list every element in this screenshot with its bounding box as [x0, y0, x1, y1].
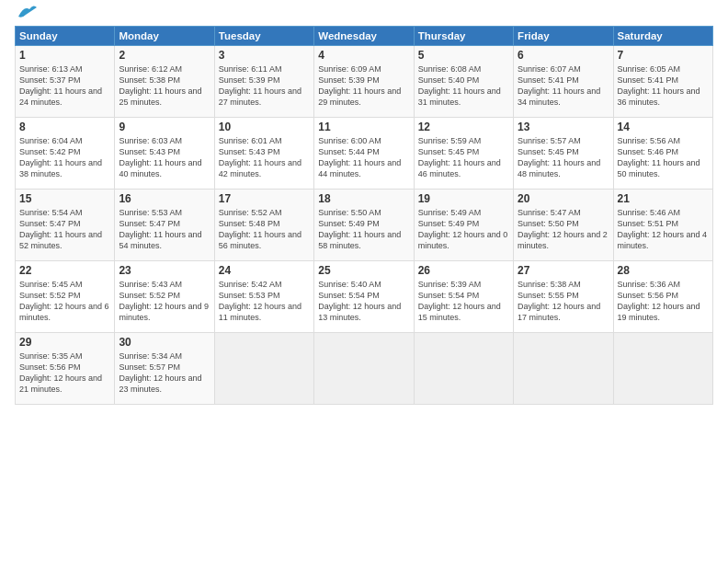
calendar-cell-30: 30 Sunrise: 5:34 AMSunset: 5:57 PMDaylig…	[115, 333, 214, 405]
calendar-cell-2: 2 Sunrise: 6:12 AMSunset: 5:38 PMDayligh…	[115, 46, 214, 118]
calendar-cell-32	[314, 333, 414, 405]
calendar-cell-29: 29 Sunrise: 5:35 AMSunset: 5:56 PMDaylig…	[16, 333, 115, 405]
day-number: 21	[618, 192, 709, 205]
calendar-cell-4: 4 Sunrise: 6:09 AMSunset: 5:39 PMDayligh…	[314, 46, 414, 118]
day-number: 12	[418, 121, 509, 133]
day-info: Sunrise: 5:59 AMSunset: 5:45 PMDaylight:…	[418, 135, 509, 180]
day-info: Sunrise: 5:40 AMSunset: 5:54 PMDaylight:…	[318, 279, 409, 324]
calendar-cell-12: 12 Sunrise: 5:59 AMSunset: 5:45 PMDaylig…	[414, 118, 513, 190]
day-info: Sunrise: 6:08 AMSunset: 5:40 PMDaylight:…	[418, 63, 509, 109]
day-info: Sunrise: 5:52 AMSunset: 5:48 PMDaylight:…	[219, 207, 310, 252]
calendar-cell-19: 19 Sunrise: 5:49 AMSunset: 5:49 PMDaylig…	[414, 190, 513, 261]
calendar-cell-5: 5 Sunrise: 6:08 AMSunset: 5:40 PMDayligh…	[414, 46, 513, 118]
calendar-cell-15: 15 Sunrise: 5:54 AMSunset: 5:47 PMDaylig…	[16, 190, 115, 261]
day-number: 7	[618, 49, 709, 62]
day-number: 9	[119, 121, 210, 133]
day-info: Sunrise: 6:09 AMSunset: 5:39 PMDaylight:…	[318, 63, 409, 109]
weekday-header-thursday: Thursday	[414, 27, 513, 46]
logo-bird-icon	[17, 4, 37, 20]
day-info: Sunrise: 6:03 AMSunset: 5:43 PMDaylight:…	[119, 135, 210, 180]
day-info: Sunrise: 5:34 AMSunset: 5:57 PMDaylight:…	[119, 350, 210, 396]
day-number: 25	[318, 264, 409, 277]
weekday-header-monday: Monday	[115, 27, 214, 46]
day-info: Sunrise: 6:01 AMSunset: 5:43 PMDaylight:…	[219, 135, 310, 180]
calendar-cell-3: 3 Sunrise: 6:11 AMSunset: 5:39 PMDayligh…	[214, 46, 313, 118]
day-info: Sunrise: 5:35 AMSunset: 5:56 PMDaylight:…	[19, 350, 110, 396]
day-number: 28	[618, 264, 709, 277]
day-info: Sunrise: 5:50 AMSunset: 5:49 PMDaylight:…	[318, 207, 409, 252]
weekday-header-sunday: Sunday	[16, 27, 115, 46]
weekday-header-friday: Friday	[514, 27, 613, 46]
calendar-cell-18: 18 Sunrise: 5:50 AMSunset: 5:49 PMDaylig…	[314, 190, 414, 261]
calendar-cell-20: 20 Sunrise: 5:47 AMSunset: 5:50 PMDaylig…	[514, 190, 613, 261]
day-info: Sunrise: 6:05 AMSunset: 5:41 PMDaylight:…	[618, 63, 709, 109]
day-info: Sunrise: 6:11 AMSunset: 5:39 PMDaylight:…	[219, 63, 310, 109]
day-info: Sunrise: 5:45 AMSunset: 5:52 PMDaylight:…	[19, 279, 110, 324]
day-number: 22	[19, 264, 110, 277]
day-info: Sunrise: 6:04 AMSunset: 5:42 PMDaylight:…	[19, 135, 110, 180]
calendar-cell-10: 10 Sunrise: 6:01 AMSunset: 5:43 PMDaylig…	[214, 118, 313, 190]
day-info: Sunrise: 5:56 AMSunset: 5:46 PMDaylight:…	[618, 135, 709, 180]
day-number: 30	[119, 336, 210, 349]
day-number: 15	[19, 192, 110, 205]
calendar-cell-28: 28 Sunrise: 5:36 AMSunset: 5:56 PMDaylig…	[613, 261, 712, 333]
day-number: 14	[618, 121, 709, 133]
calendar-cell-34	[514, 333, 613, 405]
day-number: 26	[418, 264, 509, 277]
weekday-header-tuesday: Tuesday	[214, 27, 313, 46]
calendar-cell-23: 23 Sunrise: 5:43 AMSunset: 5:52 PMDaylig…	[115, 261, 214, 333]
calendar-cell-33	[414, 333, 513, 405]
day-number: 3	[219, 49, 310, 62]
calendar-cell-14: 14 Sunrise: 5:56 AMSunset: 5:46 PMDaylig…	[613, 118, 712, 190]
day-number: 20	[518, 192, 609, 205]
day-info: Sunrise: 5:38 AMSunset: 5:55 PMDaylight:…	[518, 279, 609, 324]
day-info: Sunrise: 5:43 AMSunset: 5:52 PMDaylight:…	[119, 279, 210, 324]
calendar-cell-9: 9 Sunrise: 6:03 AMSunset: 5:43 PMDayligh…	[115, 118, 214, 190]
calendar-cell-31	[214, 333, 313, 405]
calendar-cell-22: 22 Sunrise: 5:45 AMSunset: 5:52 PMDaylig…	[16, 261, 115, 333]
calendar-cell-27: 27 Sunrise: 5:38 AMSunset: 5:55 PMDaylig…	[514, 261, 613, 333]
calendar-cell-17: 17 Sunrise: 5:52 AMSunset: 5:48 PMDaylig…	[214, 190, 313, 261]
calendar-cell-6: 6 Sunrise: 6:07 AMSunset: 5:41 PMDayligh…	[514, 46, 613, 118]
day-info: Sunrise: 5:49 AMSunset: 5:49 PMDaylight:…	[418, 207, 509, 252]
day-number: 13	[518, 121, 609, 133]
day-number: 8	[19, 121, 110, 133]
day-number: 16	[119, 192, 210, 205]
day-number: 1	[19, 49, 110, 62]
day-number: 6	[518, 49, 609, 62]
day-number: 17	[219, 192, 310, 205]
day-info: Sunrise: 6:00 AMSunset: 5:44 PMDaylight:…	[318, 135, 409, 180]
day-number: 11	[318, 121, 409, 133]
calendar-cell-25: 25 Sunrise: 5:40 AMSunset: 5:54 PMDaylig…	[314, 261, 414, 333]
calendar-cell-8: 8 Sunrise: 6:04 AMSunset: 5:42 PMDayligh…	[16, 118, 115, 190]
day-number: 23	[119, 264, 210, 277]
day-info: Sunrise: 5:57 AMSunset: 5:45 PMDaylight:…	[518, 135, 609, 180]
day-info: Sunrise: 5:53 AMSunset: 5:47 PMDaylight:…	[119, 207, 210, 252]
calendar-cell-21: 21 Sunrise: 5:46 AMSunset: 5:51 PMDaylig…	[613, 190, 712, 261]
day-info: Sunrise: 6:13 AMSunset: 5:37 PMDaylight:…	[19, 63, 110, 109]
calendar-cell-16: 16 Sunrise: 5:53 AMSunset: 5:47 PMDaylig…	[115, 190, 214, 261]
weekday-header-saturday: Saturday	[613, 27, 712, 46]
day-info: Sunrise: 5:42 AMSunset: 5:53 PMDaylight:…	[219, 279, 310, 324]
day-info: Sunrise: 6:12 AMSunset: 5:38 PMDaylight:…	[119, 63, 210, 109]
day-info: Sunrise: 5:46 AMSunset: 5:51 PMDaylight:…	[618, 207, 709, 252]
calendar-cell-35	[613, 333, 712, 405]
day-info: Sunrise: 5:47 AMSunset: 5:50 PMDaylight:…	[518, 207, 609, 252]
logo	[15, 11, 37, 20]
day-number: 10	[219, 121, 310, 133]
calendar-cell-1: 1 Sunrise: 6:13 AMSunset: 5:37 PMDayligh…	[16, 46, 115, 118]
calendar-cell-26: 26 Sunrise: 5:39 AMSunset: 5:54 PMDaylig…	[414, 261, 513, 333]
day-number: 19	[418, 192, 509, 205]
day-number: 18	[318, 192, 409, 205]
day-info: Sunrise: 5:39 AMSunset: 5:54 PMDaylight:…	[418, 279, 509, 324]
day-number: 27	[518, 264, 609, 277]
day-number: 4	[318, 49, 409, 62]
day-info: Sunrise: 5:54 AMSunset: 5:47 PMDaylight:…	[19, 207, 110, 252]
calendar-table: SundayMondayTuesdayWednesdayThursdayFrid…	[15, 26, 713, 405]
day-number: 2	[119, 49, 210, 62]
day-number: 24	[219, 264, 310, 277]
day-info: Sunrise: 6:07 AMSunset: 5:41 PMDaylight:…	[518, 63, 609, 109]
calendar-cell-13: 13 Sunrise: 5:57 AMSunset: 5:45 PMDaylig…	[514, 118, 613, 190]
calendar-cell-7: 7 Sunrise: 6:05 AMSunset: 5:41 PMDayligh…	[613, 46, 712, 118]
weekday-header-wednesday: Wednesday	[314, 27, 414, 46]
